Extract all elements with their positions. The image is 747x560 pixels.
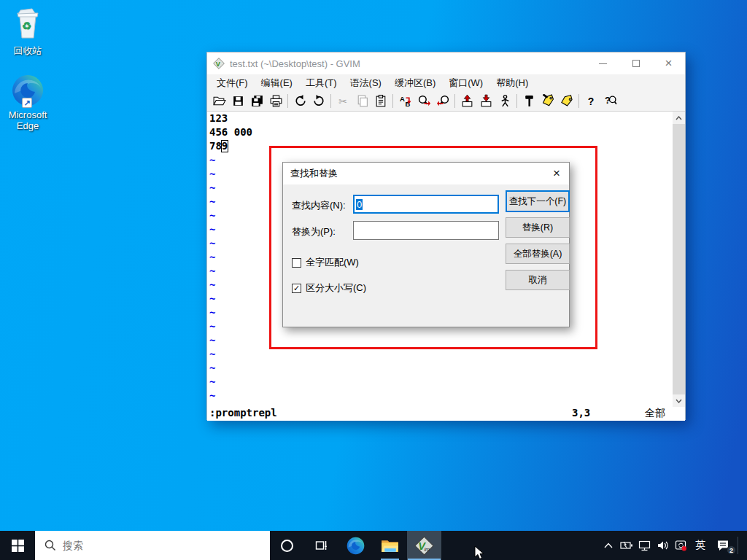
menu-help[interactable]: 帮助(H) [489,75,535,91]
replace-all-button[interactable]: 全部替换(A) [506,244,570,264]
svg-text:im: im [425,545,430,552]
undo-icon[interactable] [290,93,309,110]
menu-buffers[interactable]: 缓冲区(B) [388,75,442,91]
tilde-line: ~ [207,361,685,375]
load-session-icon[interactable] [457,93,476,110]
dialog-title: 查找和替换 [290,167,338,180]
make-icon[interactable] [519,93,538,110]
gvim-toolbar: ✂ AB [207,91,685,112]
find-help-icon[interactable]: ? [600,93,619,110]
svg-text:V: V [216,61,221,68]
recycle-bin-label: 回收站 [0,45,55,56]
ime-language-indicator[interactable]: 英 [690,531,711,560]
toolbar-separator [392,94,393,108]
vim-icon: V [213,58,225,69]
scroll-position: 全部 [645,407,665,420]
edge-taskbar-button[interactable] [338,531,373,560]
jump-to-tag-icon[interactable] [557,93,576,110]
cursor-position: 3,3 [572,407,590,419]
scroll-down-arrow[interactable] [673,394,685,407]
menu-edit[interactable]: 编辑(E) [255,75,299,91]
battery-tray-icon[interactable] [617,531,635,560]
tray-expand-button[interactable] [599,531,617,560]
replace-input[interactable] [353,221,499,240]
sync-tray-icon[interactable] [672,531,690,560]
menu-window[interactable]: 窗口(W) [442,75,489,91]
replace-button[interactable]: 替换(R) [506,217,570,238]
copy-icon [352,93,371,110]
paste-icon[interactable] [371,93,390,110]
scroll-up-arrow[interactable] [673,112,685,124]
build-tags-icon[interactable] [538,93,557,110]
open-file-icon[interactable] [209,93,228,110]
checkmark-icon: ✓ [293,284,300,292]
speaker-icon [657,540,669,551]
whole-word-checkbox[interactable]: ✓ 全字匹配(W) [292,256,359,269]
redo-icon[interactable] [309,93,328,110]
command-line-text: :promptrepl [209,407,277,419]
window-close-button[interactable]: × [652,52,685,74]
toolbar-separator [287,94,288,108]
search-icon [44,540,56,551]
find-replace-icon[interactable]: AB [395,93,414,110]
find-prev-icon[interactable] [433,93,452,110]
start-button[interactable] [0,531,35,560]
edge-label-line2: Edge [0,120,55,131]
toolbar-separator [578,94,579,108]
notification-badge: 2 [727,545,736,555]
maximize-button[interactable] [619,52,652,74]
sync-icon [675,540,687,551]
gvim-titlebar[interactable]: V test.txt (~\Desktop\test) - GVIM × [207,52,685,74]
save-session-icon[interactable] [476,93,495,110]
svg-text:♻: ♻ [22,20,31,32]
cortana-button[interactable] [270,531,304,560]
replace-label: 替换为(P): [292,225,336,238]
volume-tray-icon[interactable] [654,531,672,560]
tilde-line: ~ [207,389,685,402]
recycle-bin-desktop-icon[interactable]: ♻ 回收站 [0,6,55,56]
gvim-statusbar: :promptrepl 3,3 全部 [207,407,685,421]
task-view-icon [315,539,328,552]
menu-syntax[interactable]: 语法(S) [344,75,388,91]
window-title: test.txt (~\Desktop\test) - GVIM [230,58,587,69]
find-next-button[interactable]: 查找下一个(F) [506,190,570,212]
svg-text:A: A [400,95,405,103]
find-replace-dialog: 查找和替换 × 查找内容(N): 0 查找下一个(F) 替换为(P): 替换(R… [282,162,570,327]
find-input[interactable]: 0 [353,195,499,214]
print-icon[interactable] [266,93,285,110]
edge-desktop-icon[interactable]: ↗ Microsoft Edge [0,73,55,131]
network-tray-icon[interactable] [635,531,654,560]
cancel-button[interactable]: 取消 [506,270,570,290]
save-all-icon[interactable] [247,93,266,110]
menu-file[interactable]: 文件(F) [210,75,255,91]
toolbar-separator [516,94,517,108]
match-case-checkbox[interactable]: ✓ 区分大小写(C) [292,281,366,295]
buffer-line-2: 456 000 [207,125,685,139]
menu-tools[interactable]: 工具(T) [299,75,344,91]
whole-word-label: 全字匹配(W) [306,256,359,269]
minimize-button[interactable] [587,52,619,74]
find-next-icon[interactable] [414,93,433,110]
save-icon[interactable] [228,93,247,110]
vim-cursor: 9 [221,140,228,152]
dialog-close-icon[interactable]: × [544,163,569,184]
gvim-taskbar-button[interactable]: V im [407,531,441,560]
toolbar-separator [454,94,455,108]
dialog-titlebar[interactable]: 查找和替换 [283,163,569,184]
recycle-bin-icon: ♻ [10,6,45,41]
run-script-icon[interactable] [495,93,514,110]
help-icon[interactable]: ? [581,93,600,110]
toolbar-separator [330,94,331,108]
task-view-button[interactable] [304,531,338,560]
file-explorer-button[interactable] [373,531,407,560]
taskbar-divider [738,537,738,554]
tilde-line: ~ [207,333,685,347]
cortana-icon [280,539,294,553]
buffer-line-1: 123 [207,112,685,125]
search-input[interactable] [63,540,238,551]
vertical-scrollbar[interactable] [673,112,685,407]
notification-center-button[interactable]: 2 [711,531,735,560]
system-tray: 英 2 [599,531,747,560]
taskbar-search-box[interactable] [35,531,270,560]
gvim-menubar: 文件(F) 编辑(E) 工具(T) 语法(S) 缓冲区(B) 窗口(W) 帮助(… [207,74,685,91]
